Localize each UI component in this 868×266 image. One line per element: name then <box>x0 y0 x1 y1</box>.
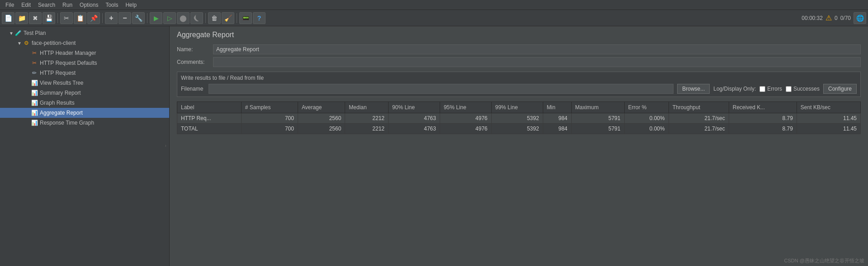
tree-item-test-plan[interactable]: ▼ 🧪 Test Plan <box>0 28 169 38</box>
left-panel: ▼ 🧪 Test Plan ▼ ⚙ face-petition-client ✂… <box>0 26 170 266</box>
filename-label: Filename <box>181 86 203 92</box>
configure-button[interactable]: Configure <box>823 84 857 94</box>
cut-icon: ✂ <box>64 15 69 22</box>
successes-checkbox[interactable] <box>786 86 792 92</box>
menu-tools[interactable]: Tools <box>102 1 122 9</box>
table-cell: 4976 <box>440 113 491 124</box>
paste-icon: 📌 <box>90 15 98 22</box>
clear-results-icon: 🧹 <box>224 15 232 22</box>
tree-item-view-results-tree[interactable]: 📊 View Results Tree <box>0 78 169 88</box>
tree-label-vrt: View Results Tree <box>40 80 84 86</box>
tree-label-threadgroup: face-petition-client <box>32 40 76 46</box>
remove-button[interactable]: − <box>119 12 131 24</box>
stop-icon: ⬤ <box>180 15 187 22</box>
menu-bar: File Edit Search Run Options Tools Help <box>0 0 868 10</box>
browse-button[interactable]: Browse... <box>677 84 710 94</box>
shutdown-icon: ⏾ <box>194 15 200 22</box>
table-cell: TOTAL <box>177 124 242 134</box>
tree-item-http-request[interactable]: ✏ HTTP Request <box>0 68 169 78</box>
samples-display: 0/70 <box>840 15 851 21</box>
save-icon: 💾 <box>45 15 53 22</box>
table-cell: 2560 <box>298 124 345 134</box>
sr-icon: 📊 <box>31 89 38 97</box>
table-cell: 11.45 <box>797 113 860 124</box>
table-cell: 4763 <box>389 124 440 134</box>
comments-row: Comments: <box>177 57 861 67</box>
table-cell: 4976 <box>440 124 491 134</box>
open-icon: 📁 <box>18 15 26 22</box>
table-cell: HTTP Req... <box>177 113 242 124</box>
col-min: Min <box>543 102 571 113</box>
col-median: Median <box>345 102 389 113</box>
log-options: Log/Display Only: Errors Successes Confi… <box>713 84 857 94</box>
table-cell: 4763 <box>389 113 440 124</box>
tree-item-thread-group[interactable]: ▼ ⚙ face-petition-client <box>0 38 169 48</box>
stop-button[interactable]: ⬤ <box>177 12 190 24</box>
open-button[interactable]: 📁 <box>15 12 28 24</box>
clear-icon: 🔧 <box>135 15 142 22</box>
right-panel: Aggregate Report Name: Comments: Write r… <box>170 26 868 266</box>
table-cell: 2212 <box>345 124 389 134</box>
menu-file[interactable]: File <box>2 1 18 9</box>
name-input[interactable] <box>213 44 861 54</box>
table-cell: 8.79 <box>729 113 797 124</box>
toolbar-separator-5 <box>237 13 237 23</box>
table-cell: 5791 <box>571 113 624 124</box>
copy-button[interactable]: 📋 <box>74 12 86 24</box>
table-row: TOTAL7002560221247634976539298457910.00%… <box>177 124 861 134</box>
ar-icon: 📊 <box>31 109 38 116</box>
menu-search[interactable]: Search <box>34 1 59 9</box>
menu-options[interactable]: Options <box>76 1 102 9</box>
tree-item-http-request-defaults[interactable]: ✂ HTTP Request Defaults <box>0 58 169 68</box>
tree-item-http-header-manager[interactable]: ✂ HTTP Header Manager <box>0 48 169 58</box>
timer-display: 00:00:32 <box>802 15 823 21</box>
tree-item-response-time-graph[interactable]: 📊 Response Time Graph <box>0 118 169 128</box>
close-button[interactable]: ✖ <box>29 12 42 24</box>
new-button[interactable]: 📄 <box>2 12 14 24</box>
menu-edit[interactable]: Edit <box>18 1 34 9</box>
table-cell: 700 <box>241 124 298 134</box>
col-error-pct: Error % <box>624 102 669 113</box>
menu-run[interactable]: Run <box>59 1 76 9</box>
errors-label: Errors <box>767 86 782 92</box>
clear-button[interactable]: 🔧 <box>132 12 145 24</box>
tree-label-rtg: Response Time Graph <box>40 120 94 126</box>
col-average: Average <box>298 102 345 113</box>
tree-label-hhm: HTTP Header Manager <box>40 50 96 56</box>
tree-item-aggregate-report[interactable]: 📊 Aggregate Report <box>0 108 169 118</box>
table-cell: 0.00% <box>624 124 669 134</box>
save-button[interactable]: 💾 <box>43 12 55 24</box>
tree-toggle-threadgroup[interactable]: ▼ <box>16 41 23 46</box>
remote-server-button[interactable]: 🌐 <box>854 12 866 24</box>
hr-icon: ✏ <box>31 69 38 77</box>
toolbar-separator-4 <box>205 13 206 23</box>
successes-checkbox-wrapper[interactable]: Successes <box>786 86 820 92</box>
tree-item-graph-results[interactable]: 📊 Graph Results <box>0 98 169 108</box>
remove-icon: − <box>123 14 127 22</box>
file-section: Write results to file / Read from file F… <box>177 72 861 97</box>
paste-button[interactable]: 📌 <box>87 12 100 24</box>
table-cell: 984 <box>543 124 571 134</box>
comments-input[interactable] <box>213 57 861 67</box>
watermark: CSDN @愚昧之山绝望之谷开悟之坡 <box>784 257 864 264</box>
add-button[interactable]: + <box>105 12 118 24</box>
table-cell: 8.79 <box>729 124 797 134</box>
function-helper-button[interactable]: 📟 <box>239 12 252 24</box>
tree-item-summary-report[interactable]: 📊 Summary Report <box>0 88 169 98</box>
clear-results-button[interactable]: 🧹 <box>222 12 234 24</box>
cut-button[interactable]: ✂ <box>60 12 73 24</box>
start-no-pauses-button[interactable]: ▷ <box>163 12 176 24</box>
filename-input[interactable] <box>209 84 674 94</box>
help-button[interactable]: ? <box>253 12 266 24</box>
col-90line: 90% Line <box>389 102 440 113</box>
start-no-pauses-icon: ▷ <box>167 15 172 22</box>
resize-dots[interactable]: · · · <box>163 145 168 146</box>
shutdown-button[interactable]: ⏾ <box>190 12 203 24</box>
tree-toggle-testplan[interactable]: ▼ <box>8 31 14 36</box>
start-button[interactable]: ▶ <box>150 12 162 24</box>
col-sent: Sent KB/sec <box>797 102 860 113</box>
errors-checkbox[interactable] <box>759 86 765 92</box>
clear-all-button[interactable]: 🗑 <box>208 12 221 24</box>
errors-checkbox-wrapper[interactable]: Errors <box>759 86 782 92</box>
menu-help[interactable]: Help <box>122 1 140 9</box>
